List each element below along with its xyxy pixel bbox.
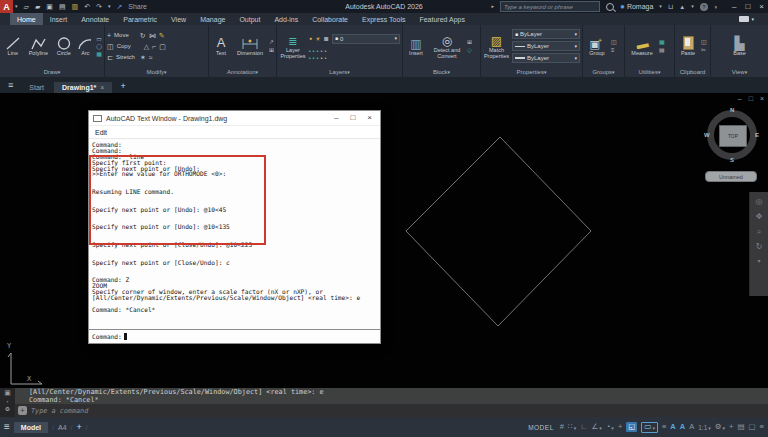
quick-select-icon[interactable]	[659, 39, 665, 45]
new-layout-icon[interactable]	[77, 423, 82, 432]
layer-states-icon[interactable]	[325, 56, 327, 62]
layer-prev-icon[interactable]	[321, 56, 323, 62]
qat-customize-caret-icon[interactable]	[108, 4, 111, 9]
drawing1-tab[interactable]: Drawing1* ×	[54, 82, 112, 93]
text-window-minimize-icon[interactable]	[334, 114, 338, 122]
minimize-icon[interactable]	[732, 3, 736, 11]
command-customize-icon[interactable]	[5, 406, 10, 412]
tab-collaborate[interactable]: Collaborate	[305, 13, 355, 25]
new-file-icon[interactable]	[24, 3, 29, 10]
access-caret-icon[interactable]	[691, 4, 694, 9]
dynamic-input-icon[interactable]	[644, 423, 651, 431]
ungroup-icon[interactable]	[611, 39, 617, 45]
text-window-command-input[interactable]: Command:	[89, 329, 380, 343]
circle-tool-button[interactable]: Circle	[53, 35, 75, 57]
orbit-icon[interactable]	[756, 243, 763, 251]
layer-lock-icon[interactable]	[323, 31, 329, 47]
autoscale-icon[interactable]	[680, 423, 685, 431]
named-view-pill[interactable]: Unnamed	[705, 171, 757, 182]
quick-properties-icon[interactable]	[737, 423, 744, 431]
share-icon[interactable]	[116, 3, 122, 10]
start-tab[interactable]: Start	[21, 82, 52, 93]
recent-commands-icon[interactable]: ‹	[7, 398, 9, 404]
undo-icon[interactable]	[84, 3, 90, 10]
layer-walk-icon[interactable]	[325, 49, 327, 55]
text-window[interactable]: AutoCAD Text Window - Drawing1.dwg Edit …	[88, 110, 381, 344]
text-window-close-icon[interactable]	[367, 114, 372, 122]
viewcube-north[interactable]: N	[730, 107, 734, 113]
object-snap-tracking-icon[interactable]	[618, 423, 622, 431]
viewcube[interactable]: N S W E TOP	[704, 107, 760, 163]
groups-panel-label[interactable]: Groups	[592, 69, 614, 75]
object-color-dropdown[interactable]: ByLayer	[512, 29, 580, 39]
polyline-tool-button[interactable]: Polyline	[26, 35, 52, 57]
search-icon[interactable]	[606, 3, 614, 11]
snap-caret-icon[interactable]	[574, 423, 577, 432]
line-tool-button[interactable]: Line	[2, 35, 24, 57]
block-panel-label[interactable]: Block	[433, 69, 450, 75]
view-panel-label[interactable]: View	[732, 69, 747, 75]
layer-properties-button[interactable]: Layer Properties	[279, 32, 307, 60]
tab-express-tools[interactable]: Express Tools	[355, 13, 412, 25]
fillet-tool-icon[interactable]	[152, 43, 156, 50]
clean-screen-icon[interactable]	[749, 423, 756, 431]
tab-output[interactable]: Output	[232, 13, 267, 25]
clipboard-panel-label[interactable]: Clipboard	[680, 69, 706, 75]
table-tool-icon[interactable]	[269, 47, 274, 53]
mirror-tool-icon[interactable]	[144, 43, 149, 50]
utilities-panel-label[interactable]: Utilities	[639, 69, 661, 75]
command-input-icon[interactable]: +	[18, 406, 27, 415]
ribbon-display-toggle[interactable]	[739, 13, 754, 25]
navbar-more-icon[interactable]	[757, 258, 760, 264]
viewcube-south[interactable]: S	[730, 157, 734, 163]
layer-on-icon[interactable]	[309, 36, 312, 41]
annotation-scale-value[interactable]: 1:1	[698, 424, 707, 431]
layer-unisolate-icon[interactable]	[309, 56, 311, 62]
tab-view[interactable]: View	[164, 13, 193, 25]
viewcube-west[interactable]: W	[704, 132, 710, 138]
layer-match-icon[interactable]	[321, 49, 323, 55]
layer-on-all-icon[interactable]	[317, 56, 319, 62]
tab-manage[interactable]: Manage	[193, 13, 232, 25]
zoom-tool-icon[interactable]	[757, 228, 761, 236]
layer-thaw-all-icon[interactable]	[313, 56, 315, 62]
steering-wheel-icon[interactable]	[756, 198, 763, 206]
offset-tool-icon[interactable]	[149, 54, 153, 61]
tab-add-ins[interactable]: Add-ins	[267, 13, 305, 25]
layer-isolate-icon[interactable]	[309, 49, 311, 55]
drawing1-tab-close-icon[interactable]: ×	[100, 84, 104, 91]
object-snap-icon[interactable]	[628, 423, 635, 431]
tab-parametric[interactable]: Parametric	[116, 13, 164, 25]
command-window-icon[interactable]	[4, 389, 11, 396]
text-window-maximize-icon[interactable]	[350, 114, 355, 122]
text-tool-button[interactable]: A Text	[211, 35, 231, 57]
viewcube-east[interactable]: E	[755, 132, 759, 138]
move-label[interactable]: Move	[114, 32, 129, 38]
tab-home[interactable]: Home	[10, 13, 43, 25]
layer-off-icon[interactable]	[317, 49, 319, 55]
ortho-mode-icon[interactable]	[580, 423, 587, 431]
command-input-row[interactable]: + Type a command	[15, 404, 768, 417]
explode-tool-icon[interactable]	[159, 43, 166, 50]
quick-calc-icon[interactable]	[659, 47, 665, 53]
linetype-dropdown[interactable]: ByLayer	[512, 41, 580, 51]
model-tab[interactable]: Model	[14, 422, 48, 433]
new-drawing-tab-icon[interactable]	[114, 82, 131, 93]
group-button[interactable]: Group	[585, 35, 609, 57]
stretch-tool-icon[interactable]	[107, 54, 113, 61]
cut-icon[interactable]	[701, 47, 707, 53]
detect-convert-button[interactable]: Detect and Convert	[429, 32, 465, 60]
open-file-icon[interactable]	[35, 3, 40, 10]
drawing-canvas[interactable]: Y X N S W E TOP Unnamed AutoCAD Text Win…	[0, 93, 768, 388]
scale-caret-icon[interactable]	[708, 423, 711, 432]
measure-button[interactable]: Measure	[627, 35, 657, 57]
layer-thaw-icon[interactable]	[315, 36, 320, 42]
leader-tool-icon[interactable]	[269, 39, 274, 45]
help-icon[interactable]: ?	[700, 3, 708, 11]
command-history[interactable]: [All/Center/Dynamic/Extents/Previous/Sca…	[15, 388, 768, 404]
move-tool-icon[interactable]	[107, 32, 111, 39]
block-attributes-icon[interactable]	[467, 47, 472, 53]
annotation-scale-icon[interactable]	[689, 423, 694, 431]
dimension-tool-button[interactable]: Dimension	[233, 35, 267, 57]
restore-icon[interactable]	[745, 3, 750, 11]
